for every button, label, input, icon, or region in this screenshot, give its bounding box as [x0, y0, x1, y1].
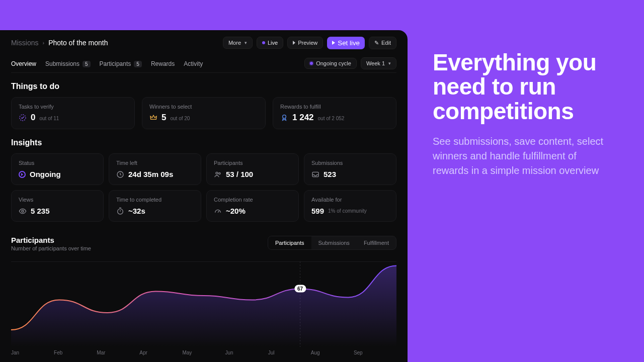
- participants-chart: 67 JanFebMarAprMayJunJulAugSep: [11, 261, 396, 362]
- todo-card[interactable]: Winners to select5out of 20: [142, 97, 266, 129]
- tab-label: Rewards: [151, 60, 175, 67]
- breadcrumb-current: Photo of the month: [48, 39, 108, 47]
- participants-header: Participants Number of participants over…: [11, 236, 396, 251]
- insight-value: 53 / 100: [226, 170, 253, 178]
- svg-point-1: [283, 115, 286, 119]
- chevron-down-icon: ▾: [388, 61, 391, 66]
- insight-card: StatusOngoing: [11, 153, 104, 185]
- insight-value: 523: [324, 170, 336, 178]
- insight-value: 24d 35m 09s: [128, 170, 173, 178]
- status-icon: [19, 171, 26, 178]
- live-label: Live: [268, 40, 278, 46]
- card-value: 1 242: [292, 113, 314, 123]
- edit-button[interactable]: ✎ Edit: [369, 37, 396, 49]
- tab-badge: 5: [83, 61, 91, 67]
- edit-label: Edit: [381, 40, 391, 46]
- verify-icon: [19, 114, 27, 122]
- gauge-icon: [214, 207, 222, 215]
- inbox-icon: [311, 170, 319, 178]
- award-icon: [280, 114, 288, 122]
- cycle-indicator: Ongoing cycle: [304, 58, 357, 69]
- preview-button[interactable]: Preview: [287, 37, 323, 49]
- insight-card: Submissions523: [304, 153, 396, 185]
- insight-label: Status: [19, 160, 96, 166]
- todo-card[interactable]: Tasks to verify0out of 11: [11, 97, 135, 129]
- insight-card: Time to completed~32s: [109, 190, 201, 222]
- insight-label: Submissions: [311, 160, 389, 166]
- chart-segment-control: ParticipantsSubmissionsFulfillment: [268, 236, 396, 250]
- card-label: Rewards to fulfill: [280, 104, 389, 110]
- crown-icon: [149, 114, 157, 122]
- svg-point-4: [219, 172, 220, 174]
- tab-label: Activity: [184, 60, 203, 67]
- segment-submissions[interactable]: Submissions: [311, 236, 357, 249]
- play-outline-icon: [293, 41, 295, 45]
- insight-sub: 1% of community: [328, 208, 367, 214]
- insight-label: Time left: [116, 160, 194, 166]
- week-label: Week 1: [366, 60, 385, 66]
- chart-tooltip: 67: [294, 285, 306, 293]
- pencil-icon: ✎: [374, 40, 379, 46]
- cycle-dot-icon: [310, 62, 313, 65]
- set-live-button[interactable]: Set live: [327, 37, 365, 49]
- tab-submissions[interactable]: Submissions5: [45, 57, 91, 72]
- breadcrumb-root[interactable]: Missions: [11, 39, 38, 47]
- play-icon: [332, 41, 335, 45]
- axis-tick: Sep: [354, 350, 396, 355]
- insight-label: Available for: [311, 197, 389, 203]
- axis-tick: Apr: [139, 350, 182, 355]
- header: Missions › Photo of the month More ▾ Liv…: [11, 30, 396, 50]
- insight-value: 5 235: [31, 207, 50, 215]
- chevron-down-icon: ▾: [245, 40, 247, 45]
- more-dropdown[interactable]: More ▾: [223, 37, 253, 49]
- insight-value: ~20%: [226, 207, 246, 215]
- insight-value: ~32s: [128, 207, 145, 215]
- card-sub: out of 11: [39, 116, 59, 121]
- axis-tick: Jul: [268, 350, 311, 355]
- tabs-row: OverviewSubmissions5Participants5Rewards…: [11, 57, 396, 73]
- tab-overview[interactable]: Overview: [11, 57, 36, 72]
- segment-participants[interactable]: Participants: [268, 236, 311, 249]
- insight-card: Time left24d 35m 09s: [109, 153, 201, 185]
- insight-value: 599: [311, 207, 324, 215]
- todo-card[interactable]: Rewards to fulfill1 242out of 2 052: [273, 97, 396, 129]
- week-selector[interactable]: Week 1 ▾: [361, 57, 396, 69]
- marketing-heading: Everything you need to run competitions: [433, 50, 625, 123]
- tab-participants[interactable]: Participants5: [100, 57, 142, 72]
- insight-card: Participants53 / 100: [206, 153, 299, 185]
- card-label: Tasks to verify: [19, 104, 127, 110]
- insights-title: Insights: [11, 138, 396, 147]
- app-panel: Missions › Photo of the month More ▾ Liv…: [0, 30, 408, 362]
- insights-grid: StatusOngoingTime left24d 35m 09sPartici…: [11, 153, 396, 222]
- live-dot-icon: [262, 41, 265, 44]
- people-icon: [214, 170, 222, 178]
- insight-label: Time to completed: [116, 197, 194, 203]
- tabs: OverviewSubmissions5Participants5Rewards…: [11, 57, 203, 72]
- timer-icon: [116, 207, 124, 215]
- clock-icon: [116, 170, 124, 178]
- card-value: 5: [162, 113, 166, 123]
- tab-badge: 5: [134, 61, 142, 67]
- participants-subtitle: Number of participants over time: [11, 245, 91, 251]
- insight-label: Views: [19, 197, 96, 203]
- insight-label: Participants: [214, 160, 291, 166]
- tab-rewards[interactable]: Rewards: [151, 57, 175, 72]
- insight-card: Views5 235: [11, 190, 104, 222]
- insight-value: Ongoing: [30, 170, 61, 178]
- tab-activity[interactable]: Activity: [184, 57, 203, 72]
- axis-tick: Jun: [225, 350, 268, 355]
- chart-x-axis: JanFebMarAprMayJunJulAugSep: [11, 350, 396, 355]
- svg-point-3: [216, 172, 218, 174]
- svg-point-7: [118, 209, 123, 214]
- set-live-label: Set live: [338, 39, 360, 47]
- live-status[interactable]: Live: [257, 37, 283, 49]
- segment-fulfillment[interactable]: Fulfillment: [357, 236, 396, 249]
- tab-label: Submissions: [45, 60, 79, 67]
- eye-icon: [19, 207, 27, 215]
- axis-tick: Mar: [97, 350, 139, 355]
- insight-card: Available for5991% of community: [304, 190, 396, 222]
- tab-label: Overview: [11, 60, 36, 67]
- card-sub: out of 20: [170, 116, 190, 121]
- things-to-do-title: Things to do: [11, 82, 396, 91]
- participants-title: Participants: [11, 236, 91, 244]
